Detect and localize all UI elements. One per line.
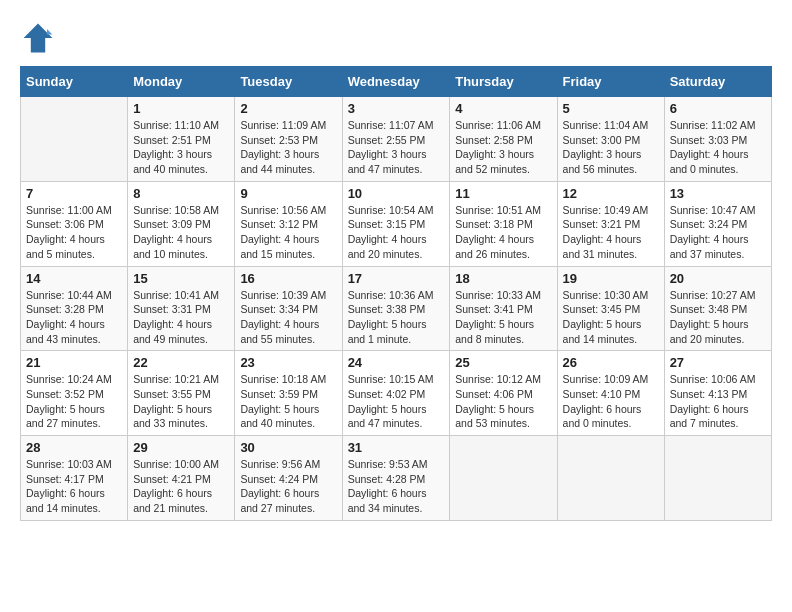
day-info: Sunrise: 10:33 AMSunset: 3:41 PMDaylight…	[455, 288, 551, 347]
calendar-day-cell: 25Sunrise: 10:12 AMSunset: 4:06 PMDaylig…	[450, 351, 557, 436]
calendar-day-cell	[21, 97, 128, 182]
day-info: Sunrise: 10:12 AMSunset: 4:06 PMDaylight…	[455, 372, 551, 431]
calendar-day-cell: 29Sunrise: 10:00 AMSunset: 4:21 PMDaylig…	[128, 436, 235, 521]
calendar-day-cell: 14Sunrise: 10:44 AMSunset: 3:28 PMDaylig…	[21, 266, 128, 351]
calendar-day-cell: 26Sunrise: 10:09 AMSunset: 4:10 PMDaylig…	[557, 351, 664, 436]
day-number: 2	[240, 101, 336, 116]
day-number: 28	[26, 440, 122, 455]
day-number: 11	[455, 186, 551, 201]
day-number: 15	[133, 271, 229, 286]
day-number: 23	[240, 355, 336, 370]
calendar-day-cell: 11Sunrise: 10:51 AMSunset: 3:18 PMDaylig…	[450, 181, 557, 266]
calendar-week-row: 21Sunrise: 10:24 AMSunset: 3:52 PMDaylig…	[21, 351, 772, 436]
day-info: Sunrise: 9:56 AMSunset: 4:24 PMDaylight:…	[240, 457, 336, 516]
day-info: Sunrise: 10:18 AMSunset: 3:59 PMDaylight…	[240, 372, 336, 431]
page-header	[20, 20, 772, 56]
day-number: 6	[670, 101, 766, 116]
calendar-day-cell: 23Sunrise: 10:18 AMSunset: 3:59 PMDaylig…	[235, 351, 342, 436]
calendar-week-row: 28Sunrise: 10:03 AMSunset: 4:17 PMDaylig…	[21, 436, 772, 521]
day-info: Sunrise: 10:30 AMSunset: 3:45 PMDaylight…	[563, 288, 659, 347]
day-number: 4	[455, 101, 551, 116]
calendar-day-cell: 4Sunrise: 11:06 AMSunset: 2:58 PMDayligh…	[450, 97, 557, 182]
logo-icon	[20, 20, 56, 56]
calendar-day-cell: 3Sunrise: 11:07 AMSunset: 2:55 PMDayligh…	[342, 97, 450, 182]
weekday-header-cell: Thursday	[450, 67, 557, 97]
calendar-day-cell: 7Sunrise: 11:00 AMSunset: 3:06 PMDayligh…	[21, 181, 128, 266]
day-number: 26	[563, 355, 659, 370]
calendar-week-row: 7Sunrise: 11:00 AMSunset: 3:06 PMDayligh…	[21, 181, 772, 266]
day-number: 17	[348, 271, 445, 286]
calendar-day-cell: 22Sunrise: 10:21 AMSunset: 3:55 PMDaylig…	[128, 351, 235, 436]
day-info: Sunrise: 11:02 AMSunset: 3:03 PMDaylight…	[670, 118, 766, 177]
day-number: 22	[133, 355, 229, 370]
day-number: 27	[670, 355, 766, 370]
day-info: Sunrise: 11:04 AMSunset: 3:00 PMDaylight…	[563, 118, 659, 177]
calendar-day-cell	[557, 436, 664, 521]
weekday-header-cell: Sunday	[21, 67, 128, 97]
calendar-day-cell	[664, 436, 771, 521]
day-info: Sunrise: 10:27 AMSunset: 3:48 PMDaylight…	[670, 288, 766, 347]
calendar-day-cell: 16Sunrise: 10:39 AMSunset: 3:34 PMDaylig…	[235, 266, 342, 351]
day-number: 16	[240, 271, 336, 286]
day-number: 21	[26, 355, 122, 370]
day-number: 1	[133, 101, 229, 116]
day-info: Sunrise: 10:03 AMSunset: 4:17 PMDaylight…	[26, 457, 122, 516]
day-number: 7	[26, 186, 122, 201]
calendar-day-cell: 15Sunrise: 10:41 AMSunset: 3:31 PMDaylig…	[128, 266, 235, 351]
day-number: 24	[348, 355, 445, 370]
day-info: Sunrise: 10:36 AMSunset: 3:38 PMDaylight…	[348, 288, 445, 347]
calendar-day-cell: 20Sunrise: 10:27 AMSunset: 3:48 PMDaylig…	[664, 266, 771, 351]
day-number: 8	[133, 186, 229, 201]
calendar-day-cell: 27Sunrise: 10:06 AMSunset: 4:13 PMDaylig…	[664, 351, 771, 436]
day-info: Sunrise: 10:39 AMSunset: 3:34 PMDaylight…	[240, 288, 336, 347]
calendar-day-cell: 21Sunrise: 10:24 AMSunset: 3:52 PMDaylig…	[21, 351, 128, 436]
day-info: Sunrise: 11:09 AMSunset: 2:53 PMDaylight…	[240, 118, 336, 177]
calendar-day-cell: 9Sunrise: 10:56 AMSunset: 3:12 PMDayligh…	[235, 181, 342, 266]
day-number: 20	[670, 271, 766, 286]
day-info: Sunrise: 10:58 AMSunset: 3:09 PMDaylight…	[133, 203, 229, 262]
day-info: Sunrise: 10:21 AMSunset: 3:55 PMDaylight…	[133, 372, 229, 431]
calendar-day-cell: 28Sunrise: 10:03 AMSunset: 4:17 PMDaylig…	[21, 436, 128, 521]
weekday-header-cell: Wednesday	[342, 67, 450, 97]
day-number: 25	[455, 355, 551, 370]
calendar-day-cell: 6Sunrise: 11:02 AMSunset: 3:03 PMDayligh…	[664, 97, 771, 182]
calendar-day-cell: 30Sunrise: 9:56 AMSunset: 4:24 PMDayligh…	[235, 436, 342, 521]
calendar-week-row: 1Sunrise: 11:10 AMSunset: 2:51 PMDayligh…	[21, 97, 772, 182]
day-info: Sunrise: 11:07 AMSunset: 2:55 PMDaylight…	[348, 118, 445, 177]
day-number: 13	[670, 186, 766, 201]
day-info: Sunrise: 10:47 AMSunset: 3:24 PMDaylight…	[670, 203, 766, 262]
calendar-header-row: SundayMondayTuesdayWednesdayThursdayFrid…	[21, 67, 772, 97]
calendar-day-cell: 13Sunrise: 10:47 AMSunset: 3:24 PMDaylig…	[664, 181, 771, 266]
day-info: Sunrise: 10:49 AMSunset: 3:21 PMDaylight…	[563, 203, 659, 262]
day-info: Sunrise: 10:56 AMSunset: 3:12 PMDaylight…	[240, 203, 336, 262]
day-number: 19	[563, 271, 659, 286]
calendar-day-cell: 8Sunrise: 10:58 AMSunset: 3:09 PMDayligh…	[128, 181, 235, 266]
day-info: Sunrise: 11:06 AMSunset: 2:58 PMDaylight…	[455, 118, 551, 177]
day-info: Sunrise: 10:24 AMSunset: 3:52 PMDaylight…	[26, 372, 122, 431]
day-info: Sunrise: 10:00 AMSunset: 4:21 PMDaylight…	[133, 457, 229, 516]
calendar-day-cell: 24Sunrise: 10:15 AMSunset: 4:02 PMDaylig…	[342, 351, 450, 436]
day-info: Sunrise: 10:44 AMSunset: 3:28 PMDaylight…	[26, 288, 122, 347]
day-info: Sunrise: 10:51 AMSunset: 3:18 PMDaylight…	[455, 203, 551, 262]
day-number: 9	[240, 186, 336, 201]
day-number: 14	[26, 271, 122, 286]
day-info: Sunrise: 10:06 AMSunset: 4:13 PMDaylight…	[670, 372, 766, 431]
calendar-day-cell: 17Sunrise: 10:36 AMSunset: 3:38 PMDaylig…	[342, 266, 450, 351]
calendar-day-cell: 19Sunrise: 10:30 AMSunset: 3:45 PMDaylig…	[557, 266, 664, 351]
calendar-day-cell: 31Sunrise: 9:53 AMSunset: 4:28 PMDayligh…	[342, 436, 450, 521]
weekday-header-cell: Tuesday	[235, 67, 342, 97]
weekday-header-cell: Monday	[128, 67, 235, 97]
day-number: 18	[455, 271, 551, 286]
calendar-day-cell: 2Sunrise: 11:09 AMSunset: 2:53 PMDayligh…	[235, 97, 342, 182]
day-info: Sunrise: 11:00 AMSunset: 3:06 PMDaylight…	[26, 203, 122, 262]
day-number: 3	[348, 101, 445, 116]
calendar-body: 1Sunrise: 11:10 AMSunset: 2:51 PMDayligh…	[21, 97, 772, 521]
calendar-day-cell: 18Sunrise: 10:33 AMSunset: 3:41 PMDaylig…	[450, 266, 557, 351]
calendar-day-cell: 12Sunrise: 10:49 AMSunset: 3:21 PMDaylig…	[557, 181, 664, 266]
calendar-day-cell: 5Sunrise: 11:04 AMSunset: 3:00 PMDayligh…	[557, 97, 664, 182]
calendar-day-cell: 1Sunrise: 11:10 AMSunset: 2:51 PMDayligh…	[128, 97, 235, 182]
day-info: Sunrise: 10:09 AMSunset: 4:10 PMDaylight…	[563, 372, 659, 431]
weekday-header-cell: Saturday	[664, 67, 771, 97]
calendar-week-row: 14Sunrise: 10:44 AMSunset: 3:28 PMDaylig…	[21, 266, 772, 351]
day-info: Sunrise: 10:15 AMSunset: 4:02 PMDaylight…	[348, 372, 445, 431]
